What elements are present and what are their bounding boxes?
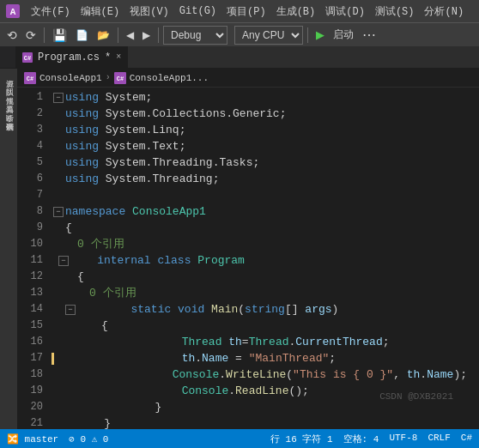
sidebar: 资源 团队 属性 工具箱 诊断 错误列表 bbox=[0, 69, 17, 429]
status-spaces: 空格: 4 bbox=[343, 433, 379, 445]
vs-logo: A bbox=[3, 2, 22, 21]
breadcrumb-file: ConsoleApp1... bbox=[130, 73, 209, 83]
status-left: 🔀 master ⊘ 0 ⚠ 0 bbox=[7, 433, 108, 445]
status-errors[interactable]: ⊘ 0 ⚠ 0 bbox=[69, 433, 108, 445]
watermark: CSDN @DXB2021 bbox=[379, 389, 453, 405]
code-line-6: using System.Threading; bbox=[53, 171, 467, 187]
sidebar-toolbox[interactable]: 工具箱 bbox=[2, 98, 16, 101]
code-line-7 bbox=[53, 187, 467, 203]
toolbar-sep2 bbox=[118, 27, 118, 43]
code-content[interactable]: − using System; using System.Collections… bbox=[50, 88, 467, 429]
code-line-13: 0 个引用 bbox=[53, 285, 467, 301]
code-line-5: using System.Threading.Tasks; bbox=[53, 154, 467, 171]
svg-text:C#: C# bbox=[116, 76, 123, 82]
sidebar-resources[interactable]: 资源 bbox=[2, 72, 16, 76]
toolbar-open[interactable]: 📂 bbox=[94, 27, 113, 43]
code-line-14: − static void Main(string[] args) bbox=[53, 301, 467, 318]
tab-left-strip bbox=[0, 46, 15, 68]
content-area: 资源 团队 属性 工具箱 诊断 错误列表 C# ConsoleApp1 › C#… bbox=[0, 69, 479, 429]
breadcrumb-file-icon: C# bbox=[114, 72, 126, 84]
menu-bar: A 文件(F) 编辑(E) 视图(V) Git(G) 项目(P) 生成(B) 调… bbox=[0, 0, 479, 22]
cs-file-icon: C# bbox=[22, 52, 33, 63]
tab-program-cs[interactable]: C# Program.cs * × bbox=[15, 46, 129, 68]
menu-edit[interactable]: 编辑(E) bbox=[76, 3, 125, 21]
status-crlf: CRLF bbox=[427, 433, 450, 445]
sidebar-errors[interactable]: 错误列表 bbox=[2, 115, 16, 118]
toolbar: ⟲ ⟳ 💾 📄 📂 ◀ ▶ Debug Release Any CPU x64 … bbox=[0, 22, 479, 46]
editor-area: C# ConsoleApp1 › C# ConsoleApp1... 1 2 3… bbox=[17, 69, 479, 429]
status-bar: 🔀 master ⊘ 0 ⚠ 0 行 16 字符 1 空格: 4 UTF-8 C… bbox=[0, 429, 479, 448]
tab-close[interactable]: × bbox=[116, 52, 121, 62]
warning-indicator bbox=[52, 353, 54, 365]
code-line-12: { bbox=[53, 269, 467, 285]
code-line-2: using System.Collections.Generic; bbox=[53, 106, 467, 122]
menu-test[interactable]: 测试(S) bbox=[370, 3, 420, 21]
platform-select[interactable]: Any CPU x64 bbox=[234, 26, 303, 45]
code-line-8: − namespace ConsoleApp1 bbox=[53, 203, 467, 220]
toolbar-forward[interactable]: ▶ bbox=[139, 27, 154, 43]
status-encoding: UTF-8 bbox=[389, 433, 417, 445]
menu-debug[interactable]: 调试(D) bbox=[320, 3, 370, 21]
tab-bar: C# Program.cs * × bbox=[0, 46, 479, 69]
cs-breadcrumb-icon: C# bbox=[24, 72, 36, 84]
scrollbar[interactable] bbox=[467, 88, 479, 429]
line-numbers: 1 2 3 4 5 6 7 8 9 10 11 12 13 14 15 16 1… bbox=[17, 88, 50, 429]
code-line-17: th.Name = "MainThread"; bbox=[53, 350, 467, 366]
start-label: 启动 bbox=[330, 26, 357, 44]
svg-text:C#: C# bbox=[24, 55, 31, 62]
code-line-18: Console.WriteLine("This is { 0 }", th.Na… bbox=[53, 366, 467, 383]
sidebar-props[interactable]: 属性 bbox=[2, 89, 16, 93]
tab-modified: * bbox=[105, 51, 111, 64]
status-right: 行 16 字符 1 空格: 4 UTF-8 CRLF C# bbox=[270, 433, 472, 445]
collapse-1[interactable]: − bbox=[53, 93, 64, 103]
toolbar-back[interactable]: ◀ bbox=[123, 27, 137, 43]
toolbar-more[interactable]: ⋯ bbox=[359, 25, 379, 45]
code-line-10: 0 个引用 bbox=[53, 236, 467, 252]
code-line-4: using System.Text; bbox=[53, 138, 467, 154]
breadcrumb-sep: › bbox=[106, 73, 111, 82]
menu-file[interactable]: 文件(F) bbox=[26, 3, 76, 21]
collapse-14[interactable]: − bbox=[65, 305, 76, 315]
collapse-11[interactable]: − bbox=[58, 256, 69, 266]
toolbar-redo[interactable]: ⟳ bbox=[22, 27, 39, 44]
sidebar-diag[interactable]: 诊断 bbox=[2, 106, 16, 110]
code-line-9: { bbox=[53, 220, 467, 236]
svg-text:A: A bbox=[10, 7, 16, 17]
menu-project[interactable]: 项目(P) bbox=[221, 3, 271, 21]
sidebar-team[interactable]: 团队 bbox=[2, 81, 16, 84]
code-line-21: } bbox=[53, 415, 467, 429]
toolbar-sep1 bbox=[44, 27, 45, 43]
code-line-15: { bbox=[53, 318, 467, 334]
debug-config-select[interactable]: Debug Release bbox=[163, 26, 227, 45]
toolbar-new[interactable]: 📄 bbox=[72, 27, 92, 43]
status-line-col: 行 16 字符 1 bbox=[270, 433, 333, 445]
menu-build[interactable]: 生成(B) bbox=[271, 3, 321, 21]
menu-git[interactable]: Git(G) bbox=[174, 3, 221, 19]
code-line-3: using System.Linq; bbox=[53, 122, 467, 138]
toolbar-undo[interactable]: ⟲ bbox=[3, 27, 21, 44]
breadcrumb: C# ConsoleApp1 › C# ConsoleApp1... bbox=[17, 69, 479, 88]
toolbar-save[interactable]: 💾 bbox=[49, 27, 70, 44]
code-line-11: − internal class Program bbox=[53, 252, 467, 269]
code-line-16: Thread th=Thread.CurrentThread; bbox=[53, 334, 467, 350]
menu-analyze[interactable]: 分析(N) bbox=[419, 3, 469, 21]
toolbar-sep4 bbox=[307, 27, 308, 43]
code-line-1: − using System; bbox=[53, 89, 467, 106]
svg-text:C#: C# bbox=[27, 76, 33, 82]
menu-view[interactable]: 视图(V) bbox=[124, 3, 174, 21]
status-lang: C# bbox=[461, 433, 472, 445]
code-view: 1 2 3 4 5 6 7 8 9 10 11 12 13 14 15 16 1… bbox=[17, 88, 479, 429]
status-branch[interactable]: 🔀 master bbox=[7, 433, 58, 445]
breadcrumb-project: ConsoleApp1 bbox=[39, 73, 102, 83]
collapse-8[interactable]: − bbox=[53, 207, 64, 217]
toolbar-sep3 bbox=[158, 27, 159, 43]
tab-filename: Program.cs bbox=[38, 51, 100, 64]
start-button[interactable]: ▶ bbox=[312, 27, 328, 43]
